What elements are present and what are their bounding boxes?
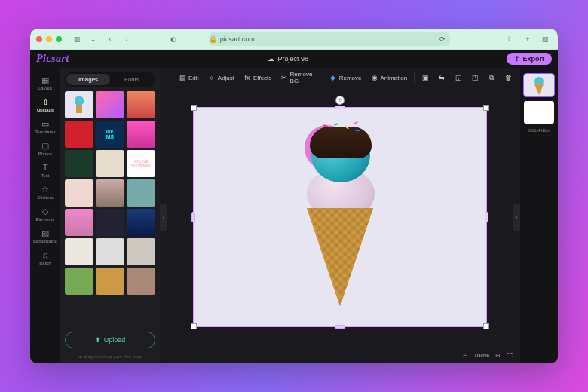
- remove-button[interactable]: ◆Remove: [326, 72, 366, 84]
- asset-thumb[interactable]: [127, 121, 155, 148]
- asset-thumb[interactable]: [65, 121, 93, 148]
- rotate-handle[interactable]: ⟲: [335, 96, 345, 105]
- forward-icon[interactable]: ›: [121, 33, 133, 45]
- asset-thumb[interactable]: [96, 238, 124, 265]
- duplicate-icon: ⧉: [488, 74, 495, 81]
- animation-icon: ◉: [371, 74, 378, 81]
- resize-handle-ml[interactable]: [191, 212, 195, 222]
- nav-layout[interactable]: ▦Layout: [32, 72, 59, 93]
- artboard-size: 6016x4016px: [528, 128, 550, 133]
- effects-button[interactable]: fxEffects: [240, 72, 275, 84]
- asset-thumb[interactable]: [96, 179, 124, 207]
- expand-right-panel[interactable]: ›: [513, 204, 520, 231]
- zoom-in-icon[interactable]: ⊕: [495, 352, 501, 359]
- resize-handle-tm[interactable]: [335, 106, 345, 109]
- zoom-level[interactable]: 100%: [474, 352, 489, 359]
- elements-icon: ◇: [40, 206, 51, 216]
- nav-elements[interactable]: ◇Elements: [32, 204, 59, 224]
- resize-handle-br[interactable]: [483, 323, 489, 329]
- export-button[interactable]: ⇡ Export: [507, 53, 552, 65]
- adjust-button[interactable]: ⟐Adjust: [204, 72, 238, 84]
- nav-batch[interactable]: ⎌Batch: [32, 247, 59, 268]
- tab-fonts[interactable]: Fonts: [110, 74, 154, 85]
- layer-down-icon: ◱: [455, 74, 462, 81]
- nav-templates[interactable]: ▭Templates: [32, 116, 59, 136]
- resize-handle-mr[interactable]: [485, 212, 488, 222]
- canvas-footer: ⊖ 100% ⊕ ⛶: [160, 347, 520, 363]
- asset-thumb[interactable]: [65, 238, 93, 265]
- export-label: Export: [522, 55, 544, 63]
- tabs-icon[interactable]: ▧: [540, 33, 552, 45]
- artboard-thumb-1[interactable]: [524, 74, 554, 96]
- asset-thumb[interactable]: [65, 91, 93, 118]
- background-icon: ▨: [40, 228, 51, 238]
- nav-photos[interactable]: ▢Photos: [32, 138, 59, 158]
- flip-button[interactable]: ⇋: [434, 72, 449, 84]
- batch-icon: ⎌: [40, 250, 51, 260]
- asset-thumb[interactable]: [96, 209, 124, 236]
- nav-uploads[interactable]: ⇧Uploads: [32, 94, 59, 115]
- tab-images[interactable]: Images: [66, 74, 110, 85]
- asset-thumb[interactable]: [127, 209, 155, 236]
- main-area: ▦Layout ⇧Uploads ▭Templates ▢Photos TTex…: [30, 68, 558, 363]
- chevron-down-icon[interactable]: ⌄: [87, 33, 100, 45]
- nav-stickers[interactable]: ☆Stickers: [32, 182, 59, 202]
- app-window: ▥ ⌄ ‹ › ◐ 🔒 picsart.com ⟳ ⇪ + ▧ Picsart …: [30, 29, 558, 363]
- expand-left-panel[interactable]: ‹: [160, 204, 167, 231]
- delete-button[interactable]: 🗑: [501, 72, 516, 84]
- asset-thumb[interactable]: [127, 268, 155, 295]
- artboard[interactable]: ⟲: [193, 107, 487, 327]
- nav-text[interactable]: TText: [32, 160, 59, 180]
- maximize-window[interactable]: [56, 36, 62, 42]
- asset-thumb[interactable]: [96, 150, 124, 177]
- nav-background[interactable]: ▨Background: [32, 225, 59, 246]
- sidebar-toggle-icon[interactable]: ▥: [71, 33, 83, 45]
- asset-thumb[interactable]: [127, 179, 155, 207]
- animation-button[interactable]: ◉Animation: [367, 72, 412, 84]
- asset-grid: ikeMS ONLINE SHOPPING: [65, 91, 155, 324]
- lock-icon: 🔒: [209, 35, 217, 43]
- upload-button[interactable]: ⬆ Upload: [65, 332, 155, 348]
- crop-button[interactable]: ▣: [418, 72, 433, 84]
- left-nav: ▦Layout ⇧Uploads ▭Templates ▢Photos TTex…: [30, 68, 60, 363]
- resize-handle-bm[interactable]: [335, 325, 345, 329]
- remove-bg-button[interactable]: ✂Remove BG: [277, 69, 323, 87]
- edit-button[interactable]: ▤Edit: [175, 72, 203, 84]
- layer-down-button[interactable]: ◱: [451, 72, 466, 84]
- asset-thumb[interactable]: [65, 179, 93, 207]
- asset-thumb[interactable]: [65, 268, 93, 295]
- project-name: Project 98: [277, 55, 308, 63]
- refresh-icon[interactable]: ⟳: [439, 35, 446, 43]
- shield-icon[interactable]: ◐: [167, 33, 179, 45]
- artboard-thumb-2[interactable]: [524, 101, 554, 124]
- asset-thumb[interactable]: [96, 91, 124, 118]
- new-tab-icon[interactable]: +: [522, 33, 534, 45]
- duplicate-button[interactable]: ⧉: [484, 72, 499, 84]
- back-icon[interactable]: ‹: [104, 33, 116, 45]
- layer-up-button[interactable]: ◳: [467, 72, 482, 84]
- minimize-window[interactable]: [46, 36, 52, 42]
- stickers-icon: ☆: [40, 184, 51, 194]
- upload-icon: ⬆: [95, 336, 101, 344]
- resize-handle-tr[interactable]: [483, 105, 489, 111]
- zoom-out-icon[interactable]: ⊖: [463, 352, 468, 359]
- brand-logo[interactable]: Picsart: [36, 53, 69, 65]
- asset-thumb[interactable]: [96, 268, 124, 295]
- share-icon[interactable]: ⇪: [504, 33, 516, 45]
- toolbar-divider: [414, 72, 415, 83]
- asset-thumb[interactable]: [127, 238, 155, 265]
- resize-handle-bl[interactable]: [191, 323, 197, 329]
- close-window[interactable]: [36, 36, 42, 42]
- asset-thumb[interactable]: ikeMS: [96, 121, 124, 148]
- remove-bg-icon: ✂: [280, 74, 287, 81]
- fit-icon[interactable]: ⛶: [507, 352, 513, 359]
- resize-handle-tl[interactable]: [191, 105, 197, 111]
- asset-thumb[interactable]: [127, 91, 155, 118]
- stage[interactable]: ‹ ›: [160, 87, 520, 347]
- adjust-icon: ⟐: [208, 74, 216, 81]
- asset-thumb[interactable]: [65, 150, 93, 177]
- address-bar[interactable]: 🔒 picsart.com ⟳: [209, 32, 450, 46]
- asset-thumb[interactable]: ONLINE SHOPPING: [127, 150, 155, 177]
- project-title[interactable]: ☁ Project 98: [268, 55, 308, 63]
- asset-thumb[interactable]: [65, 209, 93, 236]
